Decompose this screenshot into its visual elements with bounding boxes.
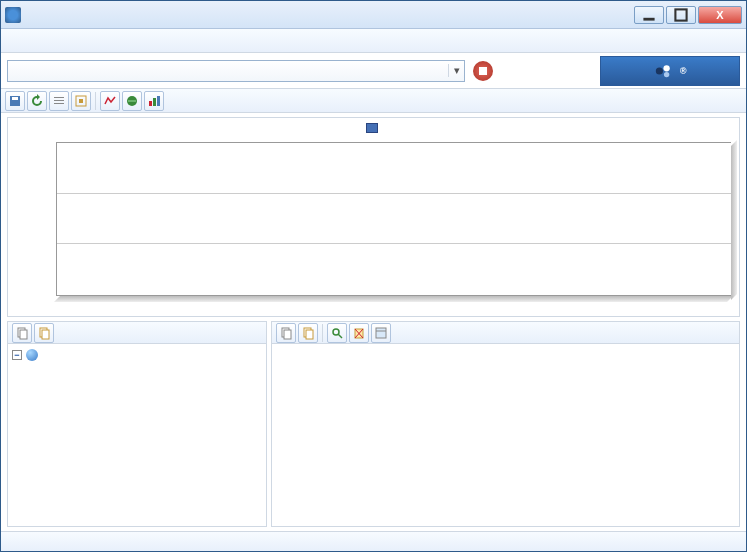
tool-refresh-icon[interactable] [27,91,47,111]
svg-rect-7 [54,97,64,98]
menu-file[interactable] [7,38,27,44]
chart-legend [8,118,739,138]
svg-rect-0 [643,17,654,20]
address-dropdown-icon[interactable]: ▾ [448,64,464,77]
maximize-button[interactable] [666,6,696,24]
chart-svg [56,142,731,300]
svg-line-26 [338,334,342,338]
close-button[interactable]: X [698,6,742,24]
tool-stats-icon[interactable] [144,91,164,111]
chart-body [8,138,739,316]
svg-rect-20 [42,330,49,339]
address-bar: ▾ ® [1,53,746,89]
tool-list-icon[interactable] [49,91,69,111]
y-axis-label [12,142,16,316]
brand-icon [654,62,672,80]
titlebar: X [1,1,746,29]
app-window: X ▾ ® [0,0,747,552]
svg-rect-18 [20,330,27,339]
svg-rect-13 [128,100,136,102]
svg-rect-11 [79,99,83,103]
svg-rect-1 [675,9,686,20]
svg-rect-6 [12,97,18,100]
svg-point-4 [664,71,669,76]
svg-rect-30 [376,328,386,338]
main-toolbar [1,89,746,113]
menubar [1,29,746,53]
bottom-panes: − [1,321,746,531]
brand-logo: ® [600,56,740,86]
address-combo[interactable]: ▾ [7,60,465,82]
tool-save-icon[interactable] [5,91,25,111]
collapse-icon[interactable]: − [12,350,22,360]
tree-root[interactable]: − [12,348,262,362]
app-icon [5,7,21,23]
toolbar-separator [95,92,96,110]
stop-icon [473,61,493,81]
svg-rect-8 [54,100,64,101]
log-delete-icon[interactable] [349,323,369,343]
chart-3d-edge [731,140,737,300]
svg-point-2 [655,67,662,74]
svg-rect-9 [54,103,64,104]
svg-rect-14 [149,101,152,106]
log-find-icon[interactable] [327,323,347,343]
address-input[interactable] [8,65,448,77]
log-copy2-icon[interactable] [298,323,318,343]
toolbar-separator [322,324,323,342]
svg-rect-16 [157,96,160,106]
log-copy-icon[interactable] [276,323,296,343]
svg-rect-15 [153,98,156,106]
svg-rect-22 [284,330,291,339]
tool-chart-icon[interactable] [100,91,120,111]
summary-copy2-icon[interactable] [34,323,54,343]
menu-edit[interactable] [27,38,47,44]
x-axis-ticks [56,298,731,316]
summary-copy-icon[interactable] [12,323,32,343]
legend-swatch [366,123,378,133]
globe-icon [26,349,38,361]
menu-options[interactable] [67,38,87,44]
tool-geo-icon[interactable] [122,91,142,111]
statusbar [1,531,746,551]
menu-help[interactable] [87,38,107,44]
y-axis-ticks [16,142,56,316]
log-toolbar [272,322,739,344]
stop-ping-button[interactable] [473,61,497,81]
log-content[interactable] [272,344,739,526]
summary-tree[interactable]: − [8,344,266,526]
tool-options-icon[interactable] [71,91,91,111]
menu-chart[interactable] [47,38,67,44]
svg-point-3 [663,65,669,71]
svg-rect-24 [306,330,313,339]
summary-pane: − [7,321,267,527]
chart-pane [7,117,740,317]
chart-plot[interactable] [56,142,731,316]
log-view-icon[interactable] [371,323,391,343]
summary-toolbar [8,322,266,344]
minimize-button[interactable] [634,6,664,24]
log-pane [271,321,740,527]
